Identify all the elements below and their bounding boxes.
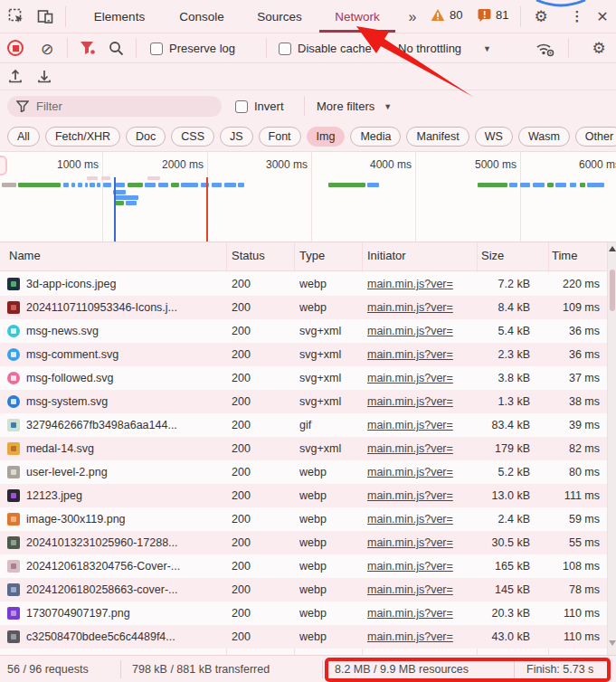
search-icon[interactable] bbox=[109, 41, 124, 59]
filter-funnel-icon[interactable] bbox=[80, 41, 96, 58]
request-initiator-link[interactable]: main.min.js?ver= bbox=[367, 325, 453, 337]
request-name: 20241206180258663-cover-... bbox=[26, 583, 178, 596]
request-name: user-level-2.png bbox=[26, 466, 108, 478]
request-time: 38 ms bbox=[548, 390, 604, 413]
scroll-up-arrow-icon[interactable] bbox=[609, 246, 616, 251]
preserve-log-checkbox[interactable]: Preserve log bbox=[150, 42, 235, 55]
resource-thumbnail-icon bbox=[7, 419, 20, 431]
filter-chip-js[interactable]: JS bbox=[220, 127, 253, 147]
record-network-log-button[interactable] bbox=[7, 40, 24, 56]
table-row[interactable]: 1730704907197.png 200 webp main.min.js?v… bbox=[0, 601, 607, 625]
filter-chip-font[interactable]: Font bbox=[259, 127, 301, 147]
request-initiator-link[interactable]: main.min.js?ver= bbox=[367, 536, 453, 549]
network-settings-gear-icon[interactable]: ⚙ bbox=[590, 39, 608, 57]
checkbox[interactable] bbox=[279, 43, 291, 55]
filter-chip-img[interactable]: Img bbox=[307, 127, 346, 147]
waterfall-segment bbox=[18, 183, 61, 187]
request-initiator-link[interactable]: main.min.js?ver= bbox=[367, 419, 453, 431]
request-initiator-link[interactable]: main.min.js?ver= bbox=[367, 442, 453, 455]
overview-left-fragment bbox=[0, 156, 7, 175]
table-row[interactable]: 20241206183204756-Cover-... 200 webp mai… bbox=[0, 554, 607, 578]
request-initiator-link[interactable]: main.min.js?ver= bbox=[367, 278, 453, 290]
clear-network-log-icon[interactable]: ⊘ bbox=[38, 40, 56, 58]
tab-network[interactable]: Network bbox=[318, 0, 396, 33]
filter-chip-other[interactable]: Other bbox=[575, 127, 616, 147]
export-har-icon[interactable] bbox=[36, 68, 52, 87]
scrollbar-thumb[interactable] bbox=[610, 270, 615, 311]
column-header-status[interactable]: Status bbox=[232, 249, 265, 262]
request-initiator-link[interactable]: main.min.js?ver= bbox=[367, 560, 453, 573]
column-header-name[interactable]: Name bbox=[9, 249, 41, 262]
scroll-down-arrow-icon[interactable] bbox=[609, 640, 616, 646]
request-type: webp bbox=[299, 554, 359, 578]
table-row[interactable]: 3279462667fb3498a6aa144... 200 gif main.… bbox=[0, 413, 607, 437]
table-row[interactable]: 20241206180258663-cover-... 200 webp mai… bbox=[0, 578, 607, 601]
filter-chip-css[interactable]: CSS bbox=[171, 127, 214, 147]
table-row[interactable]: msg-news.svg 200 svg+xml main.min.js?ver… bbox=[0, 319, 607, 343]
more-filters-dropdown[interactable]: More filters ▼ bbox=[317, 99, 392, 113]
tab-elements[interactable]: Elements bbox=[80, 0, 159, 33]
column-header-time[interactable]: Time bbox=[552, 249, 577, 262]
device-toolbar-icon[interactable] bbox=[36, 7, 54, 25]
vertical-scrollbar[interactable] bbox=[607, 242, 616, 655]
table-row[interactable]: user-level-2.png 200 webp main.min.js?ve… bbox=[0, 460, 607, 484]
inspect-element-icon[interactable] bbox=[7, 7, 25, 25]
request-initiator-link[interactable]: main.min.js?ver= bbox=[367, 583, 453, 596]
table-row[interactable]: 20241013231025960-17288... 200 webp main… bbox=[0, 531, 607, 554]
waterfall-segment bbox=[90, 183, 95, 187]
kebab-menu-icon[interactable]: ⋮ bbox=[568, 7, 586, 25]
filter-chip-media[interactable]: Media bbox=[350, 127, 401, 147]
network-conditions-icon[interactable] bbox=[535, 41, 555, 60]
request-initiator-link[interactable]: main.min.js?ver= bbox=[367, 466, 453, 478]
request-initiator-link[interactable]: main.min.js?ver= bbox=[367, 607, 453, 620]
throttling-dropdown[interactable]: No throttling ▼ bbox=[398, 42, 491, 55]
table-row[interactable]: msg-followed.svg 200 svg+xml main.min.js… bbox=[0, 366, 607, 390]
request-status: 200 bbox=[232, 507, 289, 531]
table-row[interactable]: msg-system.svg 200 svg+xml main.min.js?v… bbox=[0, 390, 607, 413]
request-size: 7.2 kB bbox=[477, 272, 538, 296]
request-initiator-link[interactable]: main.min.js?ver= bbox=[367, 630, 453, 643]
table-row[interactable]: msg-comment.svg 200 svg+xml main.min.js?… bbox=[0, 343, 607, 366]
column-header-initiator[interactable]: Initiator bbox=[367, 249, 406, 262]
filter-chip-manifest[interactable]: Manifest bbox=[406, 127, 469, 147]
requests-table: Name Status Type Initiator Size Time 3d-… bbox=[0, 242, 616, 655]
close-devtools-icon[interactable]: ✕ bbox=[593, 7, 611, 25]
disable-cache-checkbox[interactable]: Disable cache bbox=[279, 42, 372, 55]
filter-chip-fetchxhr[interactable]: Fetch/XHR bbox=[45, 127, 120, 147]
table-row[interactable]: medal-14.svg 200 svg+xml main.min.js?ver… bbox=[0, 437, 607, 460]
filter-chip-doc[interactable]: Doc bbox=[126, 127, 166, 147]
invert-checkbox[interactable]: Invert bbox=[235, 99, 284, 113]
network-toolbar: ⊘ Preserve log Disable cache No throttli… bbox=[0, 33, 616, 63]
load-line bbox=[206, 177, 208, 242]
checkbox[interactable] bbox=[150, 43, 163, 55]
tab-console[interactable]: Console bbox=[166, 0, 237, 33]
filter-input[interactable]: Filter bbox=[7, 96, 222, 117]
request-initiator-link[interactable]: main.min.js?ver= bbox=[367, 489, 453, 502]
column-header-size[interactable]: Size bbox=[481, 249, 504, 262]
more-tabs-icon[interactable]: » bbox=[400, 5, 423, 29]
issues-counter[interactable]: 81 bbox=[478, 8, 508, 22]
table-row[interactable]: 12123.jpeg 200 webp main.min.js?ver= 13.… bbox=[0, 484, 607, 507]
table-row[interactable]: 20241107110953346-Icons.j... 200 webp ma… bbox=[0, 296, 607, 319]
request-initiator-link[interactable]: main.min.js?ver= bbox=[367, 395, 453, 408]
filter-chip-ws[interactable]: WS bbox=[475, 127, 513, 147]
disable-cache-label: Disable cache bbox=[298, 42, 372, 55]
request-initiator-link[interactable]: main.min.js?ver= bbox=[367, 348, 453, 361]
import-har-icon[interactable] bbox=[7, 68, 24, 87]
console-warnings[interactable]: 80 bbox=[431, 8, 462, 22]
filter-chip-all[interactable]: All bbox=[7, 127, 40, 147]
column-header-type[interactable]: Type bbox=[299, 249, 325, 262]
settings-gear-icon[interactable]: ⚙ bbox=[532, 7, 550, 25]
request-initiator-link[interactable]: main.min.js?ver= bbox=[367, 372, 453, 384]
checkbox[interactable] bbox=[235, 100, 248, 113]
filter-chip-wasm[interactable]: Wasm bbox=[518, 127, 570, 147]
table-row[interactable]: image-300x119.png 200 webp main.min.js?v… bbox=[0, 507, 607, 531]
tab-sources[interactable]: Sources bbox=[244, 0, 315, 33]
request-initiator-link[interactable]: main.min.js?ver= bbox=[367, 513, 453, 526]
table-row[interactable]: 3d-app-icons.jpeg 200 webp main.min.js?v… bbox=[0, 272, 607, 296]
network-overview[interactable]: 1000 ms2000 ms3000 ms4000 ms5000 ms6000 … bbox=[0, 152, 616, 242]
divider bbox=[520, 6, 521, 27]
request-size: 83.4 kB bbox=[477, 413, 538, 437]
request-initiator-link[interactable]: main.min.js?ver= bbox=[367, 301, 453, 314]
table-row[interactable]: c32508470bdee5c6c4489f4... 200 webp main… bbox=[0, 625, 607, 649]
